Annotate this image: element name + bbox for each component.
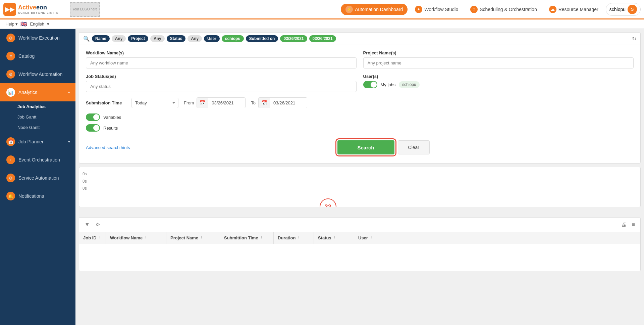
filter-user-value[interactable]: schiopu: [222, 35, 244, 42]
user-menu[interactable]: schiopu S: [606, 3, 641, 16]
filter-date-from[interactable]: 03/26/2021: [280, 35, 307, 42]
sidebar-item-event-orchestration[interactable]: + Event Orchestration: [0, 151, 75, 169]
variables-toggle[interactable]: [86, 113, 100, 121]
th-duration-sort[interactable]: ⋮: [297, 236, 301, 240]
chart-val-2: 0s: [83, 178, 640, 185]
from-date-group: From 📅: [184, 97, 246, 108]
table-toolbar: ▼ ⛭ 🖨 ≡: [79, 218, 640, 232]
to-calendar-icon[interactable]: 📅: [259, 98, 270, 108]
help-button[interactable]: Help ▾: [5, 21, 18, 27]
sidebar-item-catalog[interactable]: ≡ Catalog: [0, 47, 75, 65]
to-date-input[interactable]: [270, 98, 307, 108]
settings-icon-button[interactable]: ⛭: [94, 220, 102, 229]
logo-icon: ▶▶: [3, 3, 16, 16]
th-project-sort[interactable]: ⋮: [200, 236, 203, 240]
th-workflow-sort[interactable]: ⋮: [144, 236, 148, 240]
workflow-execution-icon: ⚙: [6, 34, 15, 42]
to-date-wrap: 📅: [258, 97, 307, 108]
to-date-group: To 📅: [251, 97, 307, 108]
submission-row: Submission Time Today From 📅 To: [86, 97, 634, 108]
logo-placeholder: Your LOGO here: [70, 2, 100, 17]
search-button[interactable]: Search: [337, 140, 394, 154]
from-label: From: [184, 100, 194, 105]
sidebar-sub-node-gantt[interactable]: Node Gantt: [0, 122, 75, 133]
results-toggle[interactable]: [86, 124, 100, 132]
nav-resource-manager[interactable]: ☁ Resource Manager: [544, 4, 603, 15]
workflow-automation-icon: ⚙: [6, 70, 15, 79]
logo-area: ▶▶ Active eon SCALE BEYOND LIMITS: [3, 3, 64, 16]
th-job-sort[interactable]: ⋮: [98, 236, 102, 240]
nav-workflow-studio[interactable]: ✦ Workflow Studio: [410, 4, 463, 15]
from-calendar-icon[interactable]: 📅: [197, 98, 208, 108]
my-jobs-toggle[interactable]: [363, 81, 377, 88]
th-job-id: Job ID ⋮: [79, 232, 106, 244]
sidebar-item-notifications[interactable]: 🔔 Notifications: [0, 187, 75, 205]
chart-values: 0s 0s 0s: [79, 167, 640, 192]
sidebar: ⚙ Workflow Execution ≡ Catalog ⚙ Workflo…: [0, 29, 75, 325]
sidebar-sub-job-analytics[interactable]: Job Analytics: [0, 101, 75, 112]
th-submission-time: Submittion Time ⋮: [220, 232, 274, 244]
filter-status-value[interactable]: Any: [187, 35, 202, 42]
logo-text: Active eon SCALE BEYOND LIMITS: [18, 4, 59, 14]
clear-button[interactable]: Clear: [398, 140, 430, 154]
job-status-group: Job Status(es): [86, 74, 357, 92]
sidebar-item-service-automation[interactable]: ⚙ Service Automation: [0, 169, 75, 187]
workflow-studio-icon: ✦: [415, 6, 422, 13]
project-name-group: Project Name(s): [363, 50, 634, 68]
users-label: User(s): [363, 74, 634, 79]
th-status: Status ⋮: [314, 232, 354, 244]
nav-automation-dashboard[interactable]: ⚡ Automation Dashboard: [341, 4, 408, 15]
my-jobs-label: My jobs: [381, 82, 396, 87]
job-status-label: Job Status(es): [86, 74, 357, 79]
chart-val-1: 0s: [83, 171, 640, 178]
filter-name-value[interactable]: Any: [112, 35, 126, 42]
sidebar-item-job-planner[interactable]: 📅 Job Planner ▾: [0, 133, 75, 151]
th-user: User ⋮: [354, 232, 640, 244]
annotation-circle-22: 22: [320, 198, 336, 207]
sidebar-item-workflow-automation[interactable]: ⚙ Workflow Automation: [0, 65, 75, 83]
search-icon-button[interactable]: 🔍: [83, 36, 90, 42]
nav-scheduling[interactable]: ○ Scheduling & Orchestration: [466, 4, 541, 15]
project-name-input[interactable]: [363, 57, 634, 68]
service-automation-icon: ⚙: [6, 174, 15, 182]
logo-active-text: Active: [18, 4, 36, 11]
submission-time-select[interactable]: Today: [131, 98, 178, 108]
refresh-button[interactable]: ↻: [632, 36, 636, 42]
from-date-input[interactable]: [208, 98, 245, 108]
th-status-sort[interactable]: ⋮: [333, 236, 336, 240]
form-actions: Advanced search hints Search Clear: [86, 137, 634, 158]
help-bar: Help ▾ 🇬🇧 English ▾: [0, 19, 644, 29]
job-status-input[interactable]: [86, 81, 357, 92]
th-user-sort[interactable]: ⋮: [369, 236, 373, 240]
logo-eon-text: eon: [36, 4, 47, 11]
results-toggle-item: Results: [86, 124, 634, 132]
user-tag: schiopu: [399, 81, 419, 88]
variables-toggle-item: Variables: [86, 113, 634, 121]
filter-icon-button[interactable]: ▼: [83, 220, 91, 229]
filter-name-label: Name: [92, 35, 110, 42]
table-header: Job ID ⋮ Workflow Name ⋮ Project Name ⋮ …: [79, 232, 640, 244]
table-body: [79, 244, 640, 271]
filter-date-to[interactable]: 03/26/2021: [309, 35, 336, 42]
users-group: User(s) My jobs schiopu: [363, 74, 634, 92]
user-avatar: S: [628, 5, 637, 14]
job-planner-icon: 📅: [6, 137, 15, 146]
sidebar-item-workflow-execution[interactable]: ⚙ Workflow Execution: [0, 29, 75, 47]
table-panel: ▼ ⛭ 🖨 ≡ Job ID ⋮ Workflow Name ⋮ Project…: [79, 217, 641, 271]
sidebar-item-analytics[interactable]: 📊 Analytics ▾: [0, 83, 75, 101]
automation-icon: ⚡: [345, 6, 353, 13]
username: schiopu: [609, 7, 626, 12]
columns-button[interactable]: ≡: [631, 220, 636, 229]
filter-project-value[interactable]: Any: [150, 35, 165, 42]
results-label: Results: [103, 126, 118, 131]
content-area: 🔍 Name Any Project Any Status Any User s…: [75, 29, 644, 325]
top-navigation: ▶▶ Active eon SCALE BEYOND LIMITS Your L…: [0, 0, 644, 19]
th-submission-sort[interactable]: ⋮: [260, 236, 263, 240]
sidebar-sub-job-gantt[interactable]: Job Gantt: [0, 112, 75, 122]
advanced-search-link[interactable]: Advanced search hints: [86, 145, 130, 150]
th-workflow-name: Workflow Name ⋮: [106, 232, 166, 244]
workflow-name-input[interactable]: [86, 57, 357, 68]
print-button[interactable]: 🖨: [620, 220, 628, 229]
scheduling-icon: ○: [470, 6, 478, 13]
submission-time-label: Submission Time: [86, 100, 126, 105]
